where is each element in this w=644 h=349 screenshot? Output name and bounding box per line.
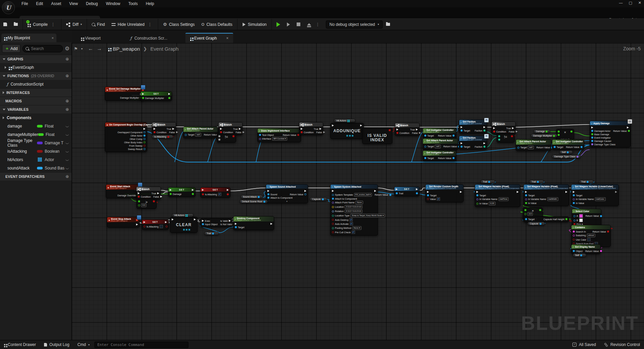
graph-node-get-attach-parent-actor[interactable]: ƒGet Attach Parent ActorTarget is ActorT… [183,127,218,138]
variable-pill-hit-actors[interactable]: Hit Actors [334,119,355,122]
node-pin[interactable]: Is Attacking✓ [202,193,221,196]
node-pin[interactable] [591,127,593,129]
components-category[interactable]: Components [0,113,72,122]
pin-value-field[interactable]: self [435,145,440,148]
menu-view[interactable]: View [65,0,82,7]
node-pin[interactable]: False [236,131,245,134]
node-pin[interactable] [396,129,398,131]
node-pin[interactable]: Other Actor [131,135,145,137]
node-pin[interactable] [192,193,194,195]
pin-value-field[interactable]: othrod [587,234,595,237]
node-pin[interactable] [461,142,463,144]
chevron-down-icon[interactable]: ▾ [81,47,83,50]
node-pin[interactable] [483,142,485,144]
color-swatch[interactable] [579,218,583,222]
pin-value-field[interactable]: None [355,201,363,204]
node-pin[interactable]: Input Object [202,223,218,226]
graph-node-node[interactable]: TargetCapsule Half Height [523,216,569,222]
variable-visibility-icon[interactable] [66,134,69,136]
node-pin[interactable]: In Value [525,202,536,204]
add-variable-icon[interactable]: ⊕ [66,107,69,112]
node-pin[interactable]: Trail [396,192,403,195]
node-pin[interactable]: Is Valid [220,220,231,222]
pin-checkbox[interactable] [160,225,163,228]
hide-unrelated-button[interactable]: Hide Unrelated ⋮ [108,19,157,30]
debug-object-dropdown[interactable]: No debug object selected ▾ [326,20,383,29]
pin-dropdown[interactable]: FX_evolve_ball ▾ [354,193,372,197]
node-pin[interactable]: Target [461,146,470,148]
exec-pin-icon[interactable] [142,93,144,95]
pill-output-pin[interactable] [553,135,555,137]
node-pin[interactable]: False [412,132,421,134]
node-pin[interactable]: RotationX 0.0 Y 0.0 Z 0.0 [332,209,362,213]
node-pin[interactable]: From Sweep [129,145,145,147]
node-pin[interactable]: Damaged Actor [591,130,610,132]
graph-node--[interactable]: != [497,134,515,143]
node-pin[interactable]: True [506,127,514,130]
node-pin[interactable] [304,190,306,192]
variable-pill-default-scene-root[interactable]: Default Scene Root [240,200,268,203]
node-pin[interactable] [627,127,629,129]
node-pin[interactable]: In Variable NametrailTime [476,197,509,201]
node-pin[interactable] [166,226,168,228]
node-pin[interactable] [218,139,220,141]
pill-output-pin[interactable] [167,136,169,138]
graph-node-spawn-sound-attached[interactable]: ƒSpawn Sound AttachedSoundReturn ValueAt… [266,184,308,203]
exec-pin-icon[interactable] [170,189,172,191]
variable-pill-self[interactable]: Self [573,253,586,257]
pill-output-pin[interactable] [488,181,490,183]
node-pin[interactable]: Faction [475,146,485,148]
diff-button[interactable]: Diff ▾ [63,19,85,30]
node-pin[interactable]: Auto Activate✓ [332,222,353,226]
node-pin[interactable] [332,124,334,127]
node-pin[interactable]: Capsule Half Height [544,218,567,220]
node-pin[interactable]: Attach to Component [332,198,357,200]
node-pin[interactable]: Attach Point NameNone [332,201,363,204]
node-pin[interactable] [524,209,526,211]
node-pin[interactable] [218,135,220,137]
node-pin[interactable] [570,131,572,133]
node-pin[interactable]: Return Value [290,193,306,196]
graph-node--[interactable]: != [217,134,236,143]
breadcrumb-current[interactable]: Event Graph [150,46,178,52]
graph-node-set-niagara-variable-linearcolor-[interactable]: ƒSet Niagara Variable (LinearColor)Targe… [571,184,619,206]
graph-item-eventgraph[interactable]: EventGraph [0,63,72,71]
minimize-icon[interactable]: — [619,1,622,5]
exec-pin-icon[interactable] [168,93,170,95]
pill-output-pin[interactable] [576,156,578,158]
node-pin[interactable]: Substringothrod [573,234,595,237]
node-pin[interactable] [154,128,156,130]
node-pin[interactable]: Condition [301,131,314,134]
node-pin[interactable] [539,209,541,211]
node-pin[interactable]: Return Value [375,194,391,196]
exec-pin-icon[interactable] [165,221,167,223]
pill-output-pin[interactable] [347,120,348,121]
section-variables[interactable]: VARIABLES⊕ [0,105,72,113]
graph-node-event-start-attack[interactable]: ◆Event Start AttackFrom BPI WeaponDamage… [106,184,141,198]
variable-pill-damage-type-class[interactable]: Damage Type Class [552,155,581,158]
node-pin[interactable] [483,126,485,128]
variable-pill-trail[interactable]: Trail [529,180,544,184]
node-pin[interactable]: Sweep Result [128,148,145,150]
node-pin[interactable]: Target [525,194,534,197]
pill-output-pin[interactable] [212,233,214,235]
node-pin[interactable] [168,97,170,99]
pill-output-pin[interactable] [546,131,548,133]
node-pin[interactable] [498,135,500,137]
compile-button[interactable]: ✓ Compile ⋮ [24,19,60,30]
node-pin[interactable]: Return Value [283,134,299,136]
menu-debug[interactable]: Debug [82,0,102,7]
menu-tools[interactable]: Tools [124,0,142,7]
node-pin[interactable]: Damage Type Class [591,143,615,146]
tab-viewport[interactable]: Viewport [76,34,105,43]
compile-options-icon[interactable]: ⋮ [50,22,56,27]
content-drawer-button[interactable]: Content Drawer [0,340,40,349]
node-pin[interactable] [332,190,334,192]
graph-node-set[interactable]: SETIs Attacking [142,219,169,230]
node-pin[interactable]: 2.0 [524,212,533,216]
pin-dropdown[interactable]: BPI Combat ▾ [272,137,287,141]
node-pin[interactable] [374,190,376,192]
node-pin[interactable]: Target [235,226,244,229]
pin-checkbox[interactable]: ✓ [349,218,353,221]
node-pin[interactable] [460,191,462,193]
